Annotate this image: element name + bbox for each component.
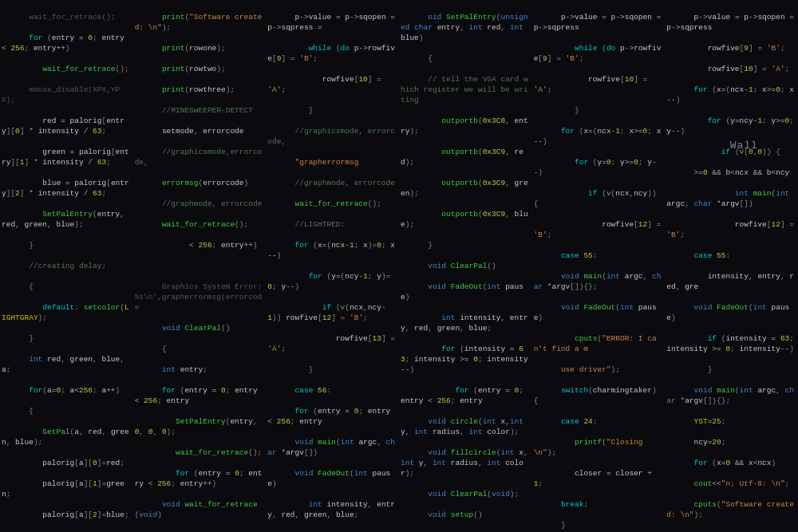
code-column-2: print("Software created: \n"); print(row… xyxy=(133,0,267,532)
code-wall: wait_for_retrace(); for (entry = 0; entr… xyxy=(0,0,798,532)
code-column-1: wait_for_retrace(); for (entry = 0; entr… xyxy=(0,0,133,532)
code-column-3: p->value = p->sqopen = p->sqpress = whil… xyxy=(266,0,399,532)
watermark-label: Wall xyxy=(730,140,758,152)
code-column-5: p->value = p->sqopen = p->sqpress while … xyxy=(532,0,666,532)
code-column-4: oid SetPalEntry(unsigned char entry, int… xyxy=(399,0,532,532)
code-column-6: p->value = p->sqopen = p->sqpress rowfiv… xyxy=(665,0,798,532)
code-overlay: wait_for_retrace(); for (entry = 0; entr… xyxy=(0,0,798,532)
